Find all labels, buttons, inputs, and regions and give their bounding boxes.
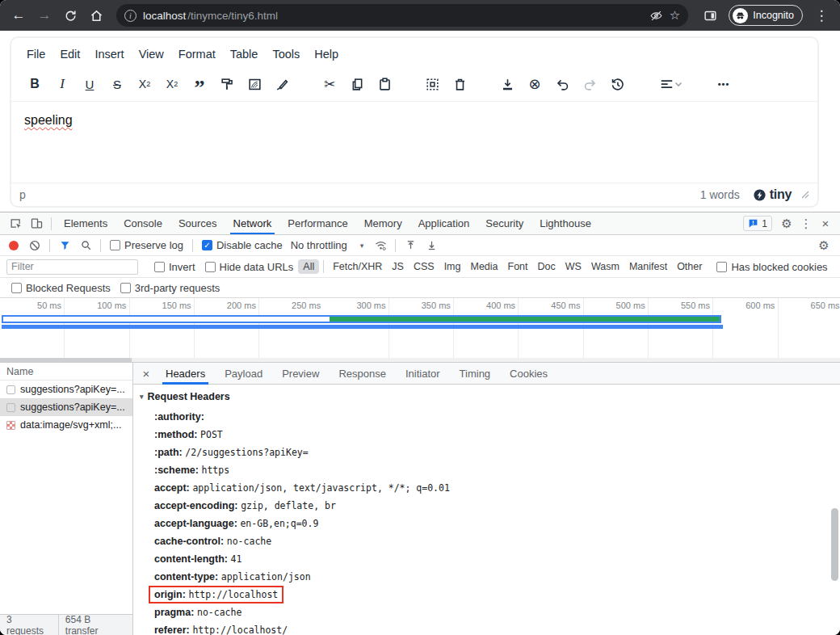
issues-counter[interactable]: 1: [743, 216, 772, 231]
blocked-requests-checkbox[interactable]: [11, 283, 22, 293]
filter-type-js[interactable]: JS: [387, 259, 409, 274]
preserve-log-toggle[interactable]: Preserve log: [110, 239, 183, 251]
blockquote-button[interactable]: ”: [187, 72, 212, 96]
side-panel-button[interactable]: [698, 3, 722, 27]
detail-close-button[interactable]: ×: [136, 364, 156, 383]
tab-security[interactable]: Security: [477, 212, 531, 234]
back-button[interactable]: ←: [6, 3, 31, 27]
detail-tab-initiator[interactable]: Initiator: [396, 363, 450, 385]
has-blocked-cookies-toggle[interactable]: Has blocked cookies: [716, 261, 827, 273]
tab-network[interactable]: Network: [225, 212, 280, 234]
format-painter-button[interactable]: [215, 72, 239, 96]
tab-performance[interactable]: Performance: [279, 212, 355, 234]
superscript-button[interactable]: X2: [160, 72, 184, 96]
permanent-pen-button[interactable]: [270, 72, 294, 96]
name-column-header[interactable]: Name: [0, 363, 132, 381]
blocked-requests-toggle[interactable]: Blocked Requests: [11, 282, 111, 294]
network-overview-timeline[interactable]: 50 ms 100 ms 150 ms 200 ms 250 ms 300 ms…: [0, 298, 840, 363]
detail-tab-response[interactable]: Response: [329, 363, 396, 385]
devtools-settings-button[interactable]: ⚙: [777, 214, 796, 233]
image-button[interactable]: [242, 72, 267, 96]
network-conditions-button[interactable]: [370, 236, 391, 255]
paste-button[interactable]: [372, 72, 397, 96]
browser-menu-button[interactable]: ⋮: [809, 3, 834, 27]
menu-tools[interactable]: Tools: [265, 45, 307, 63]
detail-tab-headers[interactable]: Headers: [156, 363, 215, 385]
more-toolbar-button[interactable]: •••: [712, 72, 736, 96]
tiny-branding[interactable]: tiny: [753, 187, 792, 202]
filter-type-font[interactable]: Font: [503, 259, 533, 274]
reload-button[interactable]: [58, 3, 82, 27]
network-settings-button[interactable]: ⚙: [814, 236, 834, 255]
menu-table[interactable]: Table: [223, 45, 266, 63]
record-button[interactable]: [9, 241, 19, 250]
delete-button[interactable]: [447, 72, 472, 96]
strikethrough-button[interactable]: S: [105, 72, 129, 96]
underline-button[interactable]: U: [78, 72, 102, 96]
filter-toggle-button[interactable]: [54, 236, 75, 255]
filter-type-other[interactable]: Other: [672, 259, 707, 274]
tab-sources[interactable]: Sources: [170, 212, 225, 234]
import-har-button[interactable]: [400, 236, 421, 255]
detail-tab-preview[interactable]: Preview: [272, 363, 329, 385]
filter-type-manifest[interactable]: Manifest: [624, 259, 672, 274]
invert-toggle[interactable]: Invert: [154, 261, 195, 273]
filter-type-ws[interactable]: WS: [561, 259, 586, 274]
overview-scrollbar[interactable]: [0, 358, 840, 362]
align-dropdown-button[interactable]: [653, 72, 688, 96]
home-button[interactable]: [84, 3, 108, 27]
throttling-select[interactable]: No throttling ▾: [291, 239, 364, 251]
subscript-button[interactable]: X2: [132, 72, 157, 96]
filter-type-doc[interactable]: Doc: [533, 259, 561, 274]
url-bar[interactable]: i localhost /tinymce/tiny6.html ☆: [116, 4, 688, 27]
remove-button[interactable]: ⊗: [523, 72, 547, 96]
menu-file[interactable]: File: [19, 45, 52, 63]
request-row[interactable]: data:image/svg+xml;...: [0, 416, 132, 434]
tab-application[interactable]: Application: [410, 212, 478, 234]
detail-tab-cookies[interactable]: Cookies: [500, 363, 557, 385]
editor-content-area[interactable]: speeling: [11, 102, 817, 183]
device-toolbar-button[interactable]: [26, 214, 47, 233]
bold-button[interactable]: B: [23, 72, 47, 96]
forward-button[interactable]: →: [32, 3, 57, 27]
devtools-menu-button[interactable]: ⋮: [796, 214, 816, 233]
italic-button[interactable]: I: [50, 72, 74, 96]
filter-type-wasm[interactable]: Wasm: [586, 259, 624, 274]
cookies-blocked-eye-icon[interactable]: [649, 9, 663, 23]
tab-memory[interactable]: Memory: [356, 212, 410, 234]
menu-view[interactable]: View: [132, 45, 171, 63]
inspect-element-button[interactable]: [5, 214, 26, 233]
menu-format[interactable]: Format: [171, 45, 223, 63]
tab-lighthouse[interactable]: Lighthouse: [531, 212, 599, 234]
tab-console[interactable]: Console: [116, 212, 170, 234]
overview-scrollbar-thumb[interactable]: [0, 358, 132, 362]
invert-checkbox[interactable]: [154, 262, 165, 272]
menu-insert[interactable]: Insert: [87, 45, 131, 63]
third-party-checkbox[interactable]: [120, 283, 131, 293]
hide-data-urls-toggle[interactable]: Hide data URLs: [205, 261, 294, 273]
clear-button[interactable]: [24, 236, 45, 255]
word-count[interactable]: 1 words: [700, 188, 740, 201]
site-info-icon[interactable]: i: [124, 10, 136, 22]
filter-input[interactable]: [6, 259, 138, 275]
network-search-button[interactable]: [75, 236, 96, 255]
restore-draft-button[interactable]: [605, 72, 629, 96]
third-party-toggle[interactable]: 3rd-party requests: [120, 282, 220, 294]
request-row[interactable]: suggestions?apiKey=...: [0, 381, 132, 398]
undo-button[interactable]: [550, 72, 574, 96]
request-headers-section[interactable]: ▾ Request Headers: [140, 391, 824, 402]
detail-tab-payload[interactable]: Payload: [215, 363, 272, 385]
resize-grip[interactable]: [801, 191, 809, 199]
cut-button[interactable]: ✂: [317, 72, 342, 96]
select-all-button[interactable]: [420, 72, 444, 96]
has-blocked-cookies-checkbox[interactable]: [716, 262, 727, 272]
menu-edit[interactable]: Edit: [52, 45, 87, 63]
element-path[interactable]: p: [19, 188, 26, 201]
copy-button[interactable]: [345, 72, 369, 96]
preserve-log-checkbox[interactable]: [110, 240, 120, 250]
detail-scrollbar-thumb[interactable]: [831, 508, 838, 581]
request-row-selected[interactable]: suggestions?apiKey=...: [0, 398, 132, 416]
bookmark-star-icon[interactable]: ☆: [670, 8, 680, 23]
disable-cache-checkbox[interactable]: ✓: [202, 240, 212, 250]
detail-tab-timing[interactable]: Timing: [450, 363, 501, 385]
